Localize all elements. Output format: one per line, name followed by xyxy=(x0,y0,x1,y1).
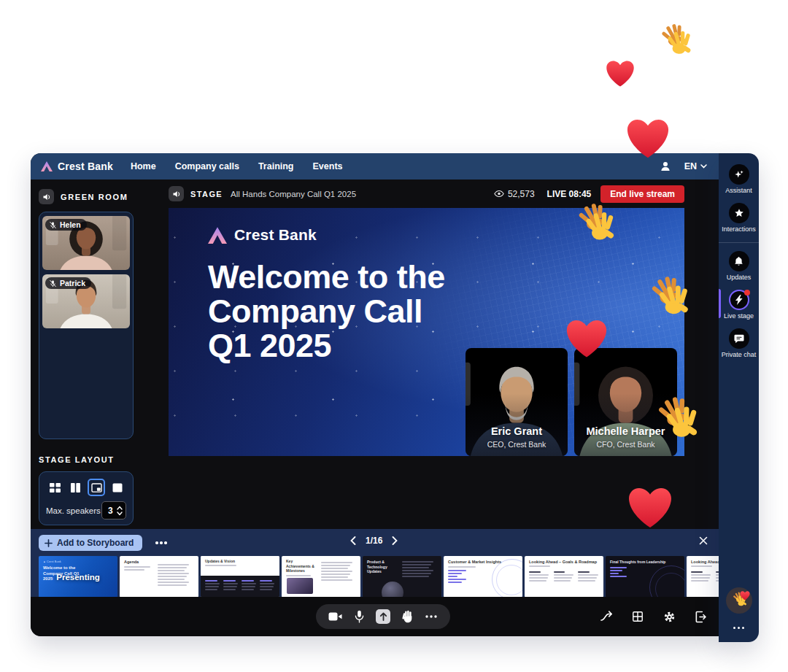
screen-share-icon xyxy=(376,609,390,624)
send-reaction-button[interactable] xyxy=(726,587,752,614)
max-speakers-stepper[interactable]: 3 xyxy=(101,501,126,520)
slide-thumbnail-2[interactable]: Agenda xyxy=(120,556,198,598)
star-icon xyxy=(734,208,744,218)
leave-icon xyxy=(695,611,706,623)
slide-page-indicator: 1/16 xyxy=(366,536,382,546)
green-room-tile-helen[interactable]: Helen xyxy=(42,216,130,270)
storyboard-controls: Add to Storyboard 1/16 xyxy=(39,533,719,552)
speaker-video-eric-grant[interactable]: Eric Grant CEO, Crest Bank xyxy=(466,348,568,456)
participant-name: Helen xyxy=(60,220,81,229)
green-room-title: GREEN ROOM xyxy=(61,193,128,201)
stage-label: STAGE xyxy=(190,190,223,198)
plus-icon xyxy=(45,539,53,547)
slide-thumbnail-6[interactable]: Customer & Market Insights xyxy=(444,556,522,598)
slide-thumbnail-5[interactable]: Product & Technology Updates xyxy=(363,556,441,598)
nav-right: EN xyxy=(660,161,707,172)
page: Crest Bank HomeCompany callsTrainingEven… xyxy=(0,0,788,672)
previous-slide-button[interactable] xyxy=(349,535,358,547)
nav-item-events[interactable]: Events xyxy=(313,161,343,171)
volume-icon[interactable] xyxy=(169,186,184,201)
screen-share-button[interactable] xyxy=(374,607,393,626)
viewer-count-value: 52,573 xyxy=(508,189,535,199)
slide-thumbnail-8[interactable]: Final Thoughts from Leadership xyxy=(606,556,684,598)
nav-items: HomeCompany callsTrainingEvents xyxy=(131,161,343,171)
presenting-overlay: Presenting xyxy=(39,556,117,598)
slide-thumbnail-7[interactable]: Looking Ahead – Goals & Roadmap xyxy=(525,556,603,598)
columns-layout-button[interactable] xyxy=(67,479,85,496)
rail-item-label: Updates xyxy=(727,274,752,281)
speaker-video-michelle-harper[interactable]: Michelle Harper CFO, Crest Bank xyxy=(574,348,677,456)
rail-item-private-chat[interactable]: Private chat xyxy=(719,325,759,363)
rail-item-live-stage[interactable]: Live stage xyxy=(719,286,759,325)
camera-button[interactable] xyxy=(325,607,344,626)
rail-item-label: Live stage xyxy=(724,312,754,320)
stream-controls xyxy=(597,607,710,626)
grid-layout-button[interactable] xyxy=(46,479,63,496)
rail-more-button[interactable] xyxy=(730,624,748,633)
sparkles-icon xyxy=(733,169,744,180)
leave-button[interactable] xyxy=(691,607,710,626)
add-to-storyboard-button[interactable]: Add to Storyboard xyxy=(39,535,142,551)
account-icon[interactable] xyxy=(660,161,671,172)
green-room-tile-patrick[interactable]: Patrick xyxy=(42,274,130,328)
storyboard-more-button[interactable] xyxy=(152,538,170,547)
stepper-arrows-icon xyxy=(117,506,123,516)
bell-icon xyxy=(734,256,743,266)
settings-button[interactable] xyxy=(660,607,679,626)
fullscreen-layout-icon xyxy=(112,483,123,493)
more-button[interactable] xyxy=(422,607,441,626)
storyboard-pager: 1/16 xyxy=(349,535,399,547)
picture-in-picture-layout-button[interactable] xyxy=(88,479,105,496)
raise-hand-button[interactable] xyxy=(398,607,417,626)
microphone-icon xyxy=(355,610,364,623)
fullscreen-layout-button[interactable] xyxy=(109,479,126,496)
stage-layout-title: STAGE LAYOUT xyxy=(39,455,115,464)
brand-name: Crest Bank xyxy=(58,161,113,172)
stage-layout-heading: STAGE LAYOUT xyxy=(39,455,169,464)
floating-clap-reaction xyxy=(660,23,695,61)
slide-heading-line2: Company Call xyxy=(208,295,445,329)
reorder-button[interactable] xyxy=(597,607,616,626)
rail-divider xyxy=(719,242,759,243)
slide-thumbnail-3[interactable]: Updates & Vision xyxy=(201,556,279,598)
raise-hand-icon xyxy=(402,610,413,623)
layout-options xyxy=(46,478,126,497)
microphone-button[interactable] xyxy=(349,607,368,626)
right-rail: Assistant Interactions Updates Live stag… xyxy=(719,153,759,642)
chevron-right-icon xyxy=(392,536,398,545)
close-storyboard-button[interactable] xyxy=(698,535,709,547)
top-nav: Crest Bank HomeCompany callsTrainingEven… xyxy=(31,153,719,179)
slide-thumbnail-4[interactable]: Key Achievements & Milestones xyxy=(282,556,360,598)
participant-name-tag: Patrick xyxy=(45,277,91,289)
settings-icon xyxy=(663,611,676,623)
rail-item-label: Assistant xyxy=(725,187,752,194)
slide-thumbnail-9[interactable]: Looking Ahead – Goals & Roadmap xyxy=(687,556,719,598)
nav-item-home[interactable]: Home xyxy=(131,161,156,171)
columns-layout-icon xyxy=(70,482,81,493)
crest-bank-logo-icon xyxy=(41,161,53,171)
rail-item-interactions[interactable]: Interactions xyxy=(719,199,759,238)
next-slide-button[interactable] xyxy=(390,535,399,547)
bottom-toolbar xyxy=(31,597,719,636)
volume-icon[interactable] xyxy=(39,189,54,204)
nav-item-training[interactable]: Training xyxy=(258,161,294,171)
speaker-name: Eric Grant xyxy=(466,425,568,437)
green-room-heading: GREEN ROOM xyxy=(39,189,169,204)
stage-header: STAGE All Hands Company Call Q1 2025 52,… xyxy=(169,179,684,208)
rail-item-assistant[interactable]: Assistant xyxy=(719,161,759,199)
camera-icon xyxy=(328,611,342,622)
language-selector[interactable]: EN xyxy=(684,161,707,171)
clap-heart-icon xyxy=(731,591,747,609)
participant-name-tag: Helen xyxy=(45,219,87,231)
green-room-box: Helen Patrick xyxy=(39,212,134,439)
nav-item-company-calls[interactable]: Company calls xyxy=(175,161,239,171)
slide-brand: Crest Bank xyxy=(208,226,317,244)
rail-item-updates[interactable]: Updates xyxy=(719,247,759,286)
language-value: EN xyxy=(684,161,697,171)
live-timer: LIVE 08:45 xyxy=(547,189,592,199)
main-content: GREEN ROOM Helen Patrick STA xyxy=(31,179,719,529)
grid-view-button[interactable] xyxy=(628,607,647,626)
end-live-stream-button[interactable]: End live stream xyxy=(600,185,684,203)
slide-thumbnail-1[interactable]: ▲ Crest Bank Welcome to the Company Call… xyxy=(39,556,117,598)
notification-dot xyxy=(744,290,750,296)
